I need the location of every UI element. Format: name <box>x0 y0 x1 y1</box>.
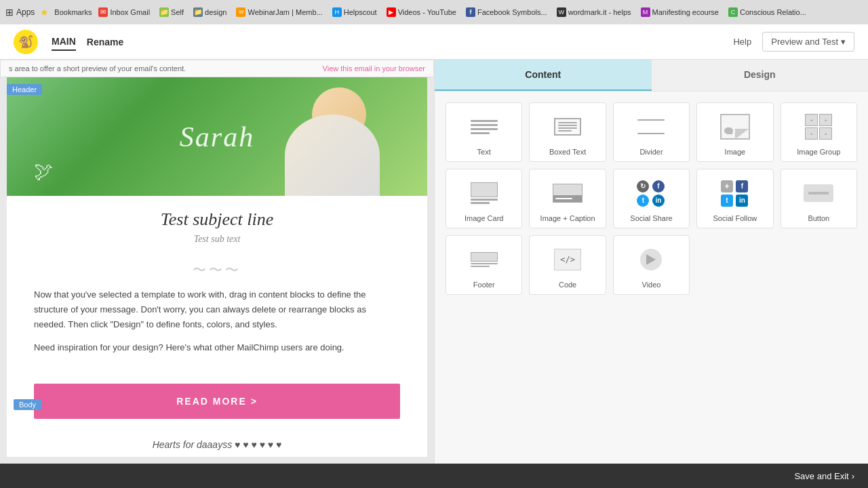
bookmark-self[interactable]: 📁 Self <box>157 6 186 18</box>
boxedtext-block-icon <box>549 111 587 142</box>
sub-text: Test sub text <box>20 234 414 245</box>
header-right: Help Preview and Test ▾ <box>733 32 854 52</box>
text-block-label: Text <box>477 148 491 156</box>
email-container: Sarah 🕊 Body Test subject line Test sub … <box>7 77 427 457</box>
chevron-down-icon: ▾ <box>841 37 846 47</box>
bookmark-manifesting[interactable]: M Manifesting ecourse <box>638 6 722 18</box>
bookmarks-label: Bookmarks <box>54 8 92 16</box>
hearts-text: Hearts for daaayss ♥ ♥ ♥ ♥ ♥ ♥ <box>7 432 427 457</box>
block-footer[interactable]: Footer <box>446 235 522 295</box>
bookmark-conscious[interactable]: C Conscious Relatio... <box>726 6 809 18</box>
block-socialfollow[interactable]: + f t in Social Follow <box>696 169 773 228</box>
preview-bar: s area to offer a short preview of your … <box>0 60 434 77</box>
bookmark-design[interactable]: 📁 design <box>191 6 229 18</box>
subject-line: Test subject line <box>20 209 414 230</box>
block-text[interactable]: Text <box>446 102 522 162</box>
bookmarks-bar: Bookmarks ✉ Inbox Gmail 📁 Self 📁 design … <box>54 6 863 18</box>
email-subject-block: Test subject line Test sub text <box>7 196 427 258</box>
nav-rename[interactable]: Rename <box>87 34 123 50</box>
apps-button[interactable]: ⊞ Apps <box>5 7 35 18</box>
code-block-icon: </> <box>549 244 587 275</box>
footer-block-icon <box>465 244 503 275</box>
block-button[interactable]: Button <box>781 169 857 228</box>
preview-test-button[interactable]: Preview and Test ▾ <box>762 32 854 52</box>
panel-tabs: Content Design <box>435 60 868 92</box>
block-boxedtext[interactable]: Boxed Text <box>529 102 606 162</box>
socialfollow-block-icon: + f t in <box>716 178 754 209</box>
block-divider[interactable]: Divider <box>613 102 690 162</box>
nav-main[interactable]: MAIN <box>52 33 76 51</box>
socialshare-block-icon: ↻ f t in <box>632 178 670 209</box>
body-section-label: Body <box>14 399 41 410</box>
socialfollow-block-label: Social Follow <box>713 214 757 222</box>
email-divider: 〜〜〜 <box>7 258 427 287</box>
imagecard-block-icon <box>465 178 503 209</box>
app-nav: MAIN Rename <box>52 33 719 51</box>
imagegroup-block-label: Image Group <box>797 148 840 156</box>
code-block-label: Code <box>559 281 576 289</box>
video-block-label: Video <box>642 281 661 289</box>
right-panel: Content Design Text <box>434 60 868 464</box>
video-block-icon <box>632 244 670 275</box>
star-icon: ★ <box>40 7 49 18</box>
imagecaption-block-icon <box>549 178 587 209</box>
email-body-text: Now that you've selected a template to w… <box>7 287 427 377</box>
panel-content: Text Boxed Text <box>435 92 868 464</box>
preview-bar-text: s area to offer a short preview of your … <box>9 64 186 73</box>
hero-text: Sarah <box>180 121 254 153</box>
block-imagecard[interactable]: Image Card <box>446 169 522 228</box>
content-blocks-grid: Text Boxed Text <box>446 102 857 295</box>
header-section-label: Header <box>7 84 42 95</box>
divider-block-label: Divider <box>639 148 663 156</box>
dove-decoration: 🕊 <box>34 160 53 182</box>
divider-block-icon <box>632 111 670 142</box>
text-block-icon <box>465 111 503 142</box>
imagecaption-block-label: Image + Caption <box>540 214 595 222</box>
image-block-icon <box>716 111 754 142</box>
body-paragraph-1: Now that you've selected a template to w… <box>34 287 400 332</box>
block-imagecaption[interactable]: Image + Caption <box>529 169 606 228</box>
read-more-button[interactable]: READ MORE > <box>34 384 400 419</box>
block-imagegroup[interactable]: ▪ ▪ ▪ ▪ Image Group <box>781 102 857 162</box>
footer-block-label: Footer <box>473 281 495 289</box>
apps-label: Apps <box>16 7 35 17</box>
bookmark-helpscout[interactable]: H Helpscout <box>330 6 380 18</box>
block-code[interactable]: </> Code <box>529 235 606 295</box>
bookmark-inbox-gmail[interactable]: ✉ Inbox Gmail <box>96 6 153 18</box>
help-button[interactable]: Help <box>733 37 751 47</box>
socialshare-block-label: Social Share <box>630 214 672 222</box>
app-header: 🐒 MAIN Rename Help Preview and Test ▾ <box>0 24 868 60</box>
bookmark-youtube[interactable]: ▶ Videos - YouTube <box>384 6 459 18</box>
bottom-bar: Save and Exit › <box>0 464 868 488</box>
hero-person <box>271 77 387 196</box>
body-paragraph-2: Need inspiration for your design? Here's… <box>34 340 400 355</box>
imagecard-block-label: Image Card <box>465 214 503 222</box>
save-exit-button[interactable]: Save and Exit › <box>794 471 854 481</box>
main-layout: Header s area to offer a short preview o… <box>0 60 868 464</box>
button-block-icon <box>800 178 837 209</box>
boxedtext-block-label: Boxed Text <box>549 148 586 156</box>
chevron-right-icon: › <box>852 471 854 481</box>
email-preview-area: Header s area to offer a short preview o… <box>0 60 434 464</box>
tab-design[interactable]: Design <box>652 60 869 91</box>
button-block-label: Button <box>808 214 829 222</box>
browser-bar: ⊞ Apps ★ Bookmarks ✉ Inbox Gmail 📁 Self … <box>0 0 868 24</box>
block-image[interactable]: Image <box>696 102 773 162</box>
block-socialshare[interactable]: ↻ f t in Social Share <box>613 169 690 228</box>
bookmark-webinarjam[interactable]: W WebinarJam | Memb... <box>233 6 325 18</box>
view-in-browser-link[interactable]: View this email in your browser <box>323 64 425 73</box>
imagegroup-block-icon: ▪ ▪ ▪ ▪ <box>800 111 837 142</box>
tab-content[interactable]: Content <box>435 60 652 91</box>
block-video[interactable]: Video <box>613 235 690 295</box>
email-hero-image: Sarah 🕊 <box>7 77 427 196</box>
bookmark-facebook[interactable]: f Facebook Symbols... <box>463 6 550 18</box>
bookmark-wordmark[interactable]: W wordmark.it - helps <box>554 6 634 18</box>
mailchimp-logo: 🐒 <box>14 30 38 54</box>
image-block-label: Image <box>725 148 746 156</box>
